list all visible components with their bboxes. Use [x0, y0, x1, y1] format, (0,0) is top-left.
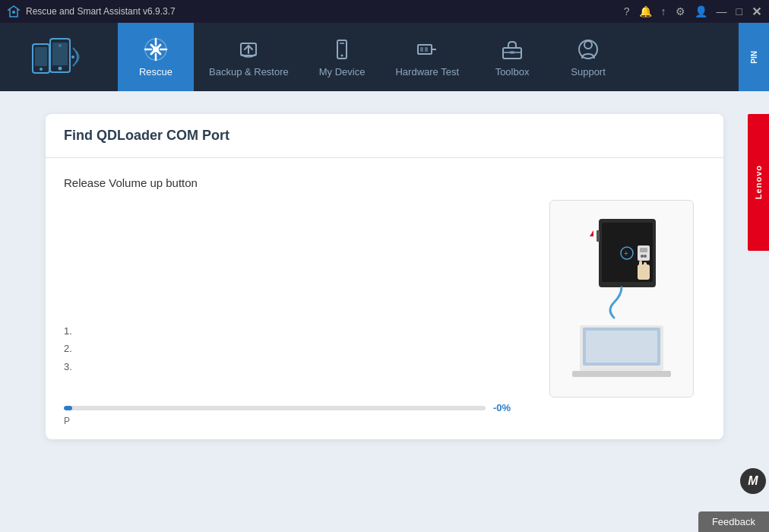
- device-icon: [330, 37, 354, 62]
- tab-hardware-test-label: Hardware Test: [395, 66, 459, 78]
- progress-label: -0%: [493, 402, 520, 413]
- app-logo-icon: [8, 5, 20, 17]
- progress-bar-fill: [64, 406, 72, 410]
- svg-point-9: [71, 55, 74, 59]
- pin-area[interactable]: PIN: [739, 23, 769, 91]
- maximize-icon[interactable]: □: [736, 5, 742, 17]
- svg-point-7: [58, 66, 62, 70]
- svg-rect-29: [510, 51, 514, 54]
- feedback-button[interactable]: Feedback: [698, 511, 769, 532]
- steps-area: 1. 2. 3.: [64, 322, 72, 375]
- titlebar-left: Rescue and Smart Assistant v6.9.3.7: [8, 5, 176, 17]
- tab-hardware-test[interactable]: Hardware Test: [380, 23, 474, 91]
- svg-rect-34: [597, 230, 600, 242]
- device-illustration: +: [549, 200, 694, 397]
- lenovo-panel: Lenovo: [748, 114, 769, 251]
- tab-my-device[interactable]: My Device: [304, 23, 381, 91]
- svg-point-22: [341, 54, 343, 56]
- support-icon: [576, 37, 600, 62]
- motorola-icon: M: [748, 474, 758, 488]
- svg-point-1: [12, 11, 15, 14]
- close-icon[interactable]: ✕: [752, 5, 761, 19]
- svg-point-8: [59, 44, 62, 47]
- tab-rescue-label: Rescue: [139, 66, 172, 78]
- svg-rect-47: [572, 371, 671, 377]
- instruction-text: Release Volume up button: [64, 176, 520, 189]
- svg-point-40: [641, 255, 644, 258]
- app-title: Rescue and Smart Assistant v6.9.3.7: [26, 6, 176, 17]
- svg-point-4: [40, 68, 43, 71]
- svg-rect-39: [640, 248, 647, 252]
- svg-marker-35: [590, 230, 593, 236]
- step-1: 1.: [64, 322, 72, 340]
- pin-label: PIN: [750, 51, 758, 64]
- card-body: Release Volume up button 1. 2. 3. -0% P: [46, 158, 723, 439]
- card-right: +: [538, 176, 705, 421]
- tab-backup-restore[interactable]: Backup & Restore: [194, 23, 304, 91]
- notification-icon[interactable]: 🔔: [639, 5, 652, 17]
- tab-backup-restore-label: Backup & Restore: [209, 66, 289, 78]
- svg-rect-25: [420, 47, 423, 52]
- device-connection-svg: +: [557, 207, 686, 390]
- wrench-icon: [144, 37, 168, 62]
- settings-icon[interactable]: ⚙: [676, 5, 685, 17]
- svg-point-31: [584, 41, 592, 49]
- main-card: Find QDLoader COM Port Release Volume up…: [46, 114, 723, 439]
- titlebar: Rescue and Smart Assistant v6.9.3.7 ? 🔔 …: [0, 0, 769, 23]
- tab-rescue[interactable]: Rescue: [118, 23, 194, 91]
- card-left: Release Volume up button 1. 2. 3. -0% P: [64, 176, 520, 421]
- navbar: Rescue Backup & Restore My Device: [0, 23, 769, 91]
- nav-logo-icon: [29, 33, 90, 82]
- titlebar-controls: ? 🔔 ↑ ⚙ 👤 — □ ✕: [624, 5, 761, 19]
- progress-bar-background: [64, 406, 486, 410]
- tab-toolbox[interactable]: Toolbox: [474, 23, 550, 91]
- main-content: Find QDLoader COM Port Release Volume up…: [0, 91, 769, 532]
- help-icon[interactable]: ?: [624, 5, 630, 17]
- card-title: Find QDLoader COM Port: [64, 128, 229, 143]
- tab-toolbox-label: Toolbox: [495, 66, 530, 78]
- backup-icon: [236, 37, 261, 62]
- lenovo-label: Lenovo: [754, 165, 763, 199]
- svg-rect-44: [644, 262, 647, 271]
- tab-support[interactable]: Support: [550, 23, 626, 91]
- nav-logo-area: [0, 23, 118, 91]
- download-icon[interactable]: ↑: [661, 5, 666, 17]
- toolbox-icon: [500, 37, 524, 62]
- step-2: 2.: [64, 340, 72, 357]
- motorola-badge: M: [740, 468, 766, 494]
- svg-point-41: [644, 255, 647, 258]
- user-icon[interactable]: 👤: [695, 5, 707, 17]
- svg-rect-26: [425, 47, 428, 52]
- tab-my-device-label: My Device: [319, 66, 366, 78]
- svg-text:+: +: [624, 249, 628, 258]
- svg-rect-48: [586, 331, 657, 363]
- tab-support-label: Support: [571, 66, 606, 78]
- progress-status-text: P: [64, 416, 70, 426]
- progress-area: -0%: [64, 402, 520, 413]
- minimize-icon[interactable]: —: [717, 5, 727, 17]
- hardware-icon: [415, 37, 439, 62]
- svg-point-13: [153, 46, 159, 52]
- svg-rect-3: [35, 47, 47, 66]
- nav-tabs: Rescue Backup & Restore My Device: [118, 23, 739, 91]
- card-header: Find QDLoader COM Port: [46, 114, 723, 158]
- svg-rect-43: [639, 261, 642, 270]
- step-3: 3.: [64, 358, 72, 375]
